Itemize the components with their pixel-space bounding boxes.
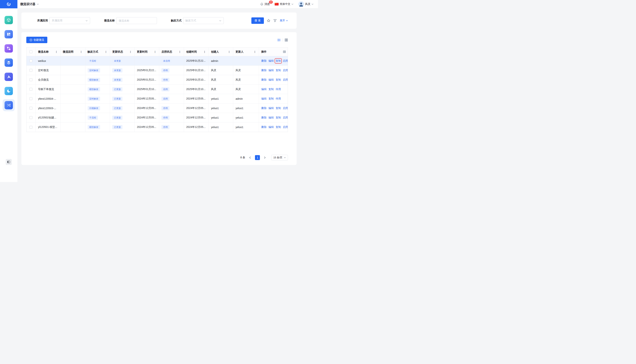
sidebar-collapse-button[interactable] — [6, 159, 12, 165]
next-page-button[interactable] — [262, 155, 267, 160]
search-button[interactable]: 搜 索 — [251, 18, 264, 24]
table-row[interactable]: yl120502创建... 子流程 已更新 2024年12月05... 停用 2… — [27, 113, 288, 122]
sidebar-item-analytics[interactable] — [5, 87, 13, 95]
column-settings-icon[interactable] — [283, 50, 286, 53]
grid-view-button[interactable] — [285, 38, 288, 42]
column-menu-icon[interactable]: ⋮ — [203, 50, 206, 53]
row-checkbox[interactable] — [30, 97, 32, 100]
table-row[interactable]: yltest120503-... 日期触发 已更新 2024年12月05... … — [27, 104, 288, 113]
action-edit[interactable]: 编辑 — [268, 78, 274, 82]
row-checkbox[interactable] — [30, 116, 32, 119]
sidebar-item-layers[interactable] — [5, 58, 13, 67]
action-enable[interactable]: 启用 — [283, 59, 288, 62]
action-enable[interactable]: 启用 — [283, 126, 288, 129]
filter-app-select[interactable]: 所属应用 — [50, 17, 90, 24]
action-enable[interactable]: 启用 — [283, 78, 288, 82]
action-edit[interactable]: 编辑 — [268, 106, 274, 110]
table-row[interactable]: weiliux 子流程 未更新 未启用 2025年01月22... admin … — [27, 56, 288, 66]
sidebar-item-cube[interactable] — [5, 16, 13, 24]
filter-funnel-button[interactable] — [273, 19, 277, 22]
list-view-button[interactable] — [278, 38, 281, 42]
filter-name-label: 微流名称 — [104, 19, 115, 22]
trigger-tag: 子流程 — [88, 59, 98, 63]
action-enable[interactable]: 启用 — [283, 69, 288, 72]
row-checkbox[interactable] — [30, 69, 32, 72]
user-menu[interactable]: 风灵 — [298, 1, 313, 7]
user-name: 风灵 — [305, 2, 310, 6]
table-row[interactable]: yltest120504-... 定时触发 已更新 2024年12月05... … — [27, 94, 288, 104]
table-row[interactable]: 导购下单微流 模型触发 已更新 2025年01月10... 启用 2025年01… — [27, 84, 288, 94]
cell-update-status: 未更新 — [110, 66, 135, 75]
action-edit[interactable]: 编辑 — [268, 59, 274, 62]
action-copy[interactable]: 复制 — [276, 106, 281, 110]
prev-page-button[interactable] — [248, 155, 253, 160]
cell-updater: 风灵 — [233, 75, 259, 84]
action-delete[interactable]: 删除 — [261, 69, 267, 72]
flow-name-input[interactable] — [119, 19, 155, 22]
favorite-star-button[interactable] — [267, 19, 270, 22]
filter-trigger-select[interactable]: 触发方式 — [183, 17, 224, 24]
page-size-select[interactable]: 15 条/页 — [271, 155, 288, 160]
notifications-button[interactable]: 消息 54 — [260, 2, 270, 6]
action-edit[interactable]: 编辑 — [261, 88, 267, 91]
action-disable[interactable]: 停用 — [276, 88, 281, 91]
action-copy[interactable]: 复制 — [268, 88, 274, 91]
expand-toggle[interactable]: 展开 — [280, 19, 288, 22]
sidebar-item-dashboard[interactable] — [5, 30, 13, 38]
expand-label: 展开 — [280, 19, 285, 22]
title-chevron-down-icon[interactable] — [37, 4, 39, 5]
row-checkbox[interactable] — [30, 88, 32, 90]
cell-flow-name: yltest120503-... — [36, 104, 61, 113]
app-logo[interactable] — [0, 0, 18, 8]
action-edit[interactable]: 编辑 — [261, 97, 267, 100]
table-row[interactable]: 会员微流 模型触发 未更新 2025年01月22... 停用 2025年01月1… — [27, 75, 288, 84]
column-menu-icon[interactable]: ⋮ — [129, 50, 132, 53]
column-menu-icon[interactable]: ⋮ — [227, 50, 231, 53]
column-menu-icon[interactable]: ⋮ — [80, 50, 83, 53]
column-menu-icon[interactable]: ⋮ — [104, 50, 108, 53]
action-disable[interactable]: 停用 — [276, 97, 281, 100]
action-copy[interactable]: 复制 — [268, 97, 274, 100]
sidebar-item-workflow[interactable] — [5, 44, 13, 52]
action-copy[interactable]: 复制 — [276, 69, 281, 72]
column-menu-icon[interactable]: ⋮ — [153, 50, 157, 53]
cell-create-time: 2025年01月10... — [184, 66, 209, 75]
language-selector[interactable]: 简体中文 — [275, 2, 293, 6]
column-menu-icon[interactable]: ⋮ — [178, 50, 182, 53]
collapse-panel-icon — [7, 160, 11, 164]
dashboard-app-icon — [7, 32, 11, 36]
action-delete[interactable]: 删除 — [261, 59, 267, 62]
action-edit[interactable]: 编辑 — [268, 126, 274, 129]
column-menu-icon[interactable]: ⋮ — [253, 50, 257, 53]
filter-name-field — [116, 17, 157, 24]
sidebar-item-ai[interactable] — [5, 73, 13, 81]
cell-create-time: 2025年01月10... — [184, 84, 209, 94]
cell-update-time: 2024年12月05... — [135, 104, 159, 113]
action-copy[interactable]: 复制 — [276, 126, 281, 129]
page-number-button[interactable]: 1 — [255, 155, 260, 160]
table-row[interactable]: 定时微流 定时触发 未更新 2025年01月22... 停用 2025年01月1… — [27, 66, 288, 75]
cell-trigger: 定时触发 — [85, 94, 110, 103]
action-enable[interactable]: 启用 — [283, 106, 288, 110]
action-copy-annotated[interactable]: 复制 — [276, 59, 281, 62]
row-checkbox[interactable] — [30, 107, 32, 110]
row-checkbox[interactable] — [30, 78, 32, 81]
action-delete[interactable]: 删除 — [261, 78, 267, 82]
action-edit[interactable]: 编辑 — [268, 116, 274, 120]
action-delete[interactable]: 删除 — [261, 106, 267, 110]
action-copy[interactable]: 复制 — [276, 116, 281, 120]
trigger-tag: 子流程 — [88, 116, 98, 120]
sidebar-item-flow-designer[interactable] — [5, 101, 13, 109]
select-all-checkbox[interactable] — [30, 50, 32, 53]
action-delete[interactable]: 删除 — [261, 126, 267, 129]
column-menu-icon[interactable]: ⋮ — [55, 50, 58, 53]
cell-flow-desc — [61, 56, 85, 66]
table-row[interactable]: yl120501-模型... 模型触发 已更新 2024年12月05... 停用… — [27, 122, 288, 132]
action-copy[interactable]: 复制 — [276, 78, 281, 82]
action-delete[interactable]: 删除 — [261, 116, 267, 120]
row-checkbox[interactable] — [30, 60, 32, 62]
action-enable[interactable]: 启用 — [283, 116, 288, 120]
row-checkbox[interactable] — [30, 126, 32, 129]
create-flow-button[interactable]: 创建微流 — [26, 37, 47, 43]
action-edit[interactable]: 编辑 — [268, 69, 274, 72]
